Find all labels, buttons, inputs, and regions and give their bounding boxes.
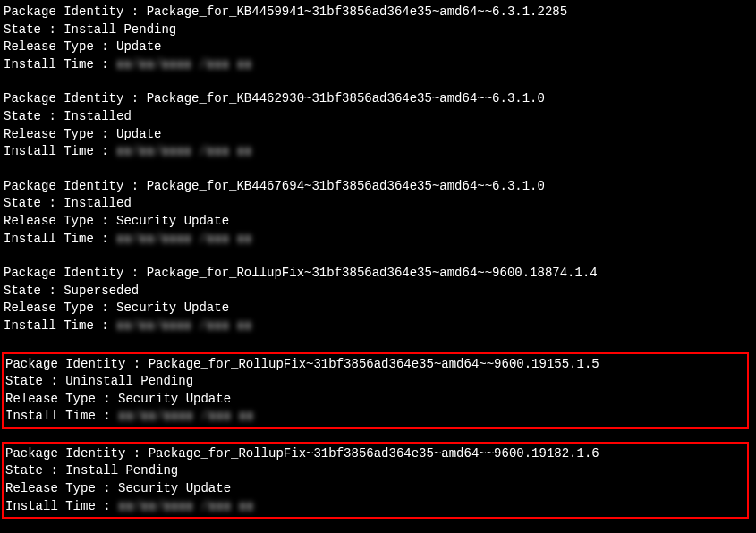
install-time-line: Install Time : ▮▮/▮▮/▮▮▮▮ /▮▮▮ ▮▮: [4, 143, 752, 161]
identity-label: Package Identity :: [4, 4, 147, 19]
install-value-redacted: ▮▮/▮▮/▮▮▮▮ /▮▮▮ ▮▮: [116, 317, 252, 335]
state-label: State :: [5, 463, 65, 478]
package-block: Package Identity : Package_for_KB4459941…: [4, 4, 752, 73]
identity-value: Package_for_RollupFix~31bf3856ad364e35~a…: [149, 357, 599, 371]
state-value: Install Pending: [65, 463, 178, 478]
install-value-redacted: ▮▮/▮▮/▮▮▮▮ /▮▮▮ ▮▮: [118, 408, 254, 426]
install-label: Install Time :: [4, 144, 116, 158]
identity-label: Package Identity :: [5, 446, 149, 461]
state-label: State :: [4, 283, 64, 298]
install-time-line: Install Time : ▮▮/▮▮/▮▮▮▮ /▮▮▮ ▮▮: [4, 317, 752, 335]
identity-value: Package_for_RollupFix~31bf3856ad364e35~a…: [149, 446, 599, 461]
state-value: Uninstall Pending: [65, 374, 193, 388]
install-label: Install Time :: [5, 499, 118, 513]
state-line: State : Install Pending: [4, 21, 752, 39]
release-type-line: Release Type : Security Update: [4, 213, 752, 231]
state-line: State : Installed: [4, 108, 752, 126]
identity-value: Package_for_KB4459941~31bf3856ad364e35~a…: [147, 4, 567, 19]
state-label: State :: [4, 109, 64, 123]
identity-value: Package_for_KB4462930~31bf3856ad364e35~a…: [147, 91, 545, 106]
release-type-line: Release Type : Update: [4, 126, 752, 144]
install-label: Install Time :: [4, 318, 116, 333]
identity-value: Package_for_KB4467694~31bf3856ad364e35~a…: [147, 179, 545, 193]
release-type-line: Release Type : Security Update: [5, 391, 745, 409]
install-value-redacted: ▮▮/▮▮/▮▮▮▮ /▮▮▮ ▮▮: [116, 231, 252, 249]
package-identity-line: Package Identity : Package_for_KB4459941…: [4, 4, 752, 21]
state-label: State :: [4, 196, 64, 210]
identity-label: Package Identity :: [4, 91, 147, 106]
release-value: Update: [116, 39, 161, 54]
install-time-line: Install Time : ▮▮/▮▮/▮▮▮▮ /▮▮▮ ▮▮: [5, 498, 745, 516]
identity-value: Package_for_RollupFix~31bf3856ad364e35~a…: [147, 266, 598, 280]
install-time-line: Install Time : ▮▮/▮▮/▮▮▮▮ /▮▮▮ ▮▮: [4, 231, 752, 249]
release-value: Security Update: [116, 214, 229, 228]
package-identity-line: Package Identity : Package_for_RollupFix…: [5, 445, 745, 463]
install-value-redacted: ▮▮/▮▮/▮▮▮▮ /▮▮▮ ▮▮: [118, 498, 254, 516]
install-label: Install Time :: [5, 409, 118, 423]
package-identity-line: Package Identity : Package_for_RollupFix…: [4, 265, 752, 283]
state-label: State :: [5, 374, 65, 388]
release-type-line: Release Type : Update: [4, 38, 752, 56]
release-type-line: Release Type : Security Update: [5, 480, 745, 498]
package-block: Package Identity : Package_for_KB4467694…: [4, 178, 752, 248]
state-value: Install Pending: [64, 22, 176, 37]
release-value: Update: [116, 127, 161, 141]
release-label: Release Type :: [4, 127, 116, 141]
package-identity-line: Package Identity : Package_for_KB4462930…: [4, 90, 752, 108]
release-value: Security Update: [118, 392, 231, 406]
release-label: Release Type :: [4, 39, 116, 54]
state-line: State : Installed: [4, 195, 752, 213]
package-identity-line: Package Identity : Package_for_KB4467694…: [4, 178, 752, 196]
release-value: Security Update: [118, 481, 231, 495]
terminal-output: Package Identity : Package_for_KB4459941…: [4, 4, 752, 519]
release-value: Security Update: [116, 300, 229, 315]
release-label: Release Type :: [5, 392, 118, 406]
package-block: Package Identity : Package_for_KB4462930…: [4, 90, 752, 160]
install-value-redacted: ▮▮/▮▮/▮▮▮▮ /▮▮▮ ▮▮: [116, 56, 252, 74]
install-label: Install Time :: [4, 57, 116, 72]
state-label: State :: [4, 22, 64, 37]
package-block: Package Identity : Package_for_RollupFix…: [2, 442, 749, 519]
package-block: Package Identity : Package_for_RollupFix…: [2, 352, 749, 429]
release-label: Release Type :: [5, 481, 118, 495]
install-value-redacted: ▮▮/▮▮/▮▮▮▮ /▮▮▮ ▮▮: [116, 143, 252, 161]
release-label: Release Type :: [4, 214, 116, 228]
release-type-line: Release Type : Security Update: [4, 300, 752, 317]
package-block: Package Identity : Package_for_RollupFix…: [4, 265, 752, 334]
identity-label: Package Identity :: [4, 179, 147, 193]
state-line: State : Install Pending: [5, 462, 745, 480]
state-line: State : Uninstall Pending: [5, 373, 745, 391]
release-label: Release Type :: [4, 300, 116, 315]
state-line: State : Superseded: [4, 283, 752, 300]
identity-label: Package Identity :: [4, 266, 147, 280]
package-identity-line: Package Identity : Package_for_RollupFix…: [5, 356, 745, 374]
state-value: Installed: [64, 196, 132, 210]
install-time-line: Install Time : ▮▮/▮▮/▮▮▮▮ /▮▮▮ ▮▮: [4, 56, 752, 74]
identity-label: Package Identity :: [5, 357, 149, 371]
state-value: Installed: [64, 109, 132, 123]
install-label: Install Time :: [4, 232, 116, 246]
state-value: Superseded: [64, 283, 139, 298]
install-time-line: Install Time : ▮▮/▮▮/▮▮▮▮ /▮▮▮ ▮▮: [5, 408, 745, 426]
